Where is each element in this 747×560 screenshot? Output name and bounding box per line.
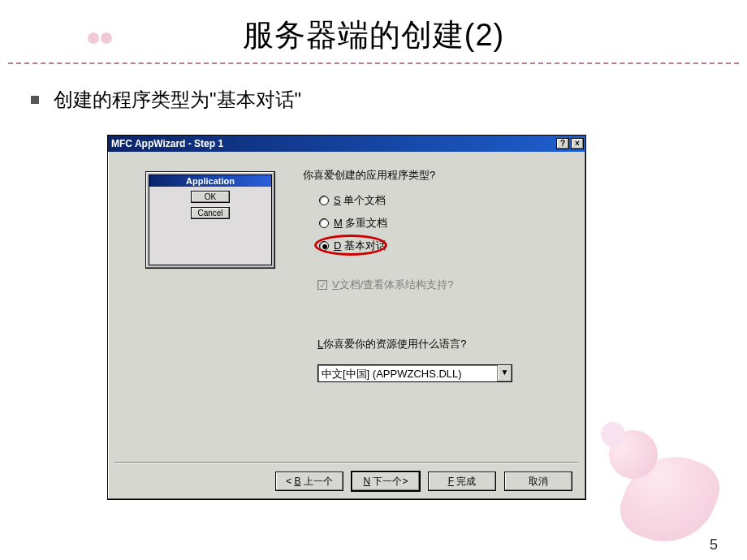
dialog-body: Application OK Cancel 你喜爱创建的应用程序类型? S 单个… xyxy=(108,152,585,499)
radio-multi-doc-label: M 多重文档 xyxy=(334,216,387,230)
close-icon[interactable]: × xyxy=(571,138,584,149)
title-divider xyxy=(8,62,739,64)
language-question: L你喜爱你的资源使用什么语言? xyxy=(317,337,466,351)
bullet-marker-icon xyxy=(31,96,39,104)
dialog-titlebar[interactable]: MFC AppWizard - Step 1 ? × xyxy=(108,136,585,152)
radio-icon xyxy=(319,218,329,228)
checkbox-label: V文档/查看体系结构支持? xyxy=(332,278,454,292)
cancel-button[interactable]: 取消 xyxy=(504,472,572,491)
app-type-question: 你喜爱创建的应用程序类型? xyxy=(303,168,435,183)
dialog-button-row: < B 上一个 N 下一个> F 完成 取消 xyxy=(108,472,585,491)
finish-button[interactable]: F 完成 xyxy=(428,472,496,491)
page-number: 5 xyxy=(710,536,718,554)
radio-icon xyxy=(319,196,329,205)
next-button[interactable]: N 下一个> xyxy=(352,472,420,491)
radio-dialog-based[interactable]: D 基本对话 xyxy=(319,235,387,257)
language-combobox-value: 中文[中国] (APPWZCHS.DLL) xyxy=(318,365,497,381)
radio-single-doc-label: S 单个文档 xyxy=(334,193,386,208)
bullet-item: 创建的程序类型为"基本对话" xyxy=(31,87,747,113)
radio-multi-doc[interactable]: M 多重文档 xyxy=(319,212,387,235)
help-icon[interactable]: ? xyxy=(556,138,569,149)
cherry-decal-top xyxy=(81,8,122,49)
radio-icon xyxy=(319,241,329,251)
preview-titlebar: Application xyxy=(149,175,271,187)
radio-single-doc[interactable]: S 单个文档 xyxy=(319,189,387,212)
preview-window: Application OK Cancel xyxy=(149,174,272,265)
docview-support-checkbox: ✓ V文档/查看体系结构支持? xyxy=(317,278,454,292)
language-combobox[interactable]: 中文[中国] (APPWZCHS.DLL) ▼ xyxy=(317,364,512,382)
back-button[interactable]: < B 上一个 xyxy=(275,472,343,491)
preview-ok-button[interactable]: OK xyxy=(191,191,230,203)
dialog-divider xyxy=(114,462,579,463)
chevron-down-icon[interactable]: ▼ xyxy=(497,365,512,381)
checkbox-icon: ✓ xyxy=(317,280,327,290)
radio-dialog-based-label: D 基本对话 xyxy=(334,239,386,253)
dialog-title: MFC AppWizard - Step 1 xyxy=(111,138,223,149)
cherry-decal-bottom xyxy=(576,406,723,552)
bullet-text: 创建的程序类型为"基本对话" xyxy=(54,87,301,113)
appwizard-dialog: MFC AppWizard - Step 1 ? × Application O… xyxy=(107,135,586,500)
preview-cancel-button[interactable]: Cancel xyxy=(191,207,230,219)
preview-pane: Application OK Cancel xyxy=(145,171,275,269)
app-type-radio-group: S 单个文档 M 多重文档 D 基本对话 xyxy=(319,189,387,257)
